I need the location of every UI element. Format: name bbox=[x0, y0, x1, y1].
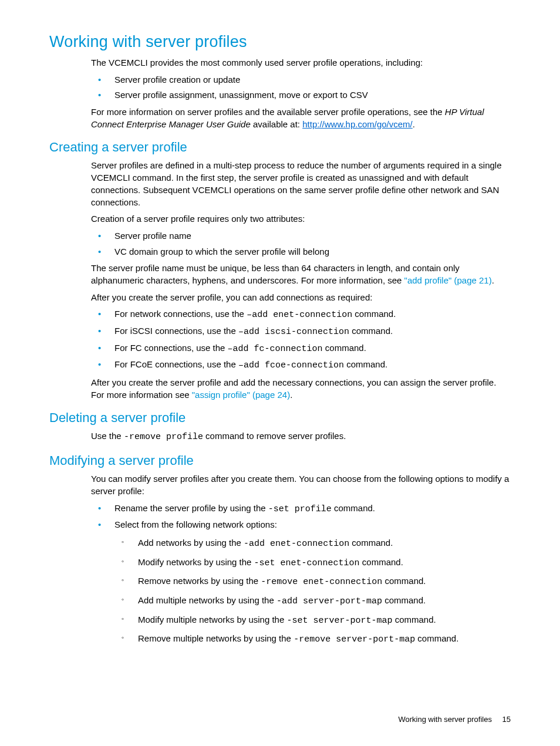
text: . bbox=[413, 119, 415, 129]
text: command. bbox=[360, 557, 403, 567]
text: Remove multiple networks by using the bbox=[138, 633, 294, 643]
page: Working with server profiles The VCEMCLI… bbox=[0, 0, 560, 746]
list-item: Remove networks by using the -remove ene… bbox=[114, 575, 511, 589]
list-item: Server profile creation or update bbox=[91, 74, 511, 86]
command: -remove profile bbox=[124, 432, 203, 442]
deleting-text: Use the -remove profile command to remov… bbox=[91, 430, 511, 444]
footer-section: Working with server profiles bbox=[398, 715, 491, 724]
text: Add multiple networks by using the bbox=[138, 595, 276, 605]
command: -set server-port-map bbox=[286, 616, 392, 626]
text: Use the bbox=[91, 431, 124, 441]
text: command to remove server profiles. bbox=[203, 431, 346, 441]
creating-p2: Creation of a server profile requires on… bbox=[91, 213, 511, 225]
text: Add networks by using the bbox=[138, 538, 244, 548]
text: command. bbox=[392, 615, 436, 625]
text: Rename the server profile by using the bbox=[114, 503, 268, 513]
text: Remove networks by using the bbox=[138, 576, 261, 586]
modifying-heading: Modifying a server profile bbox=[49, 453, 511, 468]
text: Modify networks by using the bbox=[138, 557, 254, 567]
list-item: Server profile assignment, unassignment,… bbox=[91, 89, 511, 102]
creating-attrs: Server profile name VC domain group to w… bbox=[91, 230, 511, 258]
text: For iSCSI connections, use the bbox=[114, 326, 238, 336]
list-item: Server profile name bbox=[91, 230, 511, 242]
connection-bullets: For network connections, use the –add en… bbox=[91, 308, 511, 372]
list-item: VC domain group to which the server prof… bbox=[91, 246, 511, 258]
page-title: Working with server profiles bbox=[49, 33, 511, 51]
deleting-heading: Deleting a server profile bbox=[49, 410, 511, 426]
text: command. bbox=[415, 633, 458, 643]
more-info: For more information on server profiles … bbox=[91, 106, 511, 130]
text: For network connections, use the bbox=[114, 309, 247, 319]
text: For FCoE connections, use the bbox=[114, 359, 238, 369]
list-item: Select from the following network option… bbox=[91, 519, 511, 646]
text: For more information on server profiles … bbox=[91, 107, 445, 117]
command: -set profile bbox=[268, 504, 332, 514]
command: -remove enet-connection bbox=[261, 577, 382, 587]
command: –add enet-connection bbox=[247, 310, 352, 320]
intro-bullets: Server profile creation or update Server… bbox=[91, 74, 511, 102]
hp-vcem-link[interactable]: http://www.hp.com/go/vcem/ bbox=[302, 119, 413, 129]
list-item: Add multiple networks by using the -add … bbox=[114, 595, 511, 608]
command: –add fc-connection bbox=[228, 344, 323, 354]
text: command. bbox=[323, 343, 366, 353]
list-item: Modify multiple networks by using the -s… bbox=[114, 614, 511, 627]
creating-block: Server profiles are defined in a multi-s… bbox=[91, 160, 511, 401]
text: command. bbox=[349, 538, 393, 548]
text: command. bbox=[382, 595, 426, 605]
list-item: For network connections, use the –add en… bbox=[91, 308, 511, 322]
command: -set enet-connection bbox=[254, 558, 360, 568]
text: command. bbox=[344, 359, 387, 369]
intro-block: The VCEMCLI provides the most commonly u… bbox=[91, 57, 511, 130]
list-item: Modify networks by using the -set enet-c… bbox=[114, 556, 511, 570]
assign-note: After you create the server profile and … bbox=[91, 377, 511, 401]
command: –add fcoe-connection bbox=[238, 360, 344, 370]
text: command. bbox=[352, 309, 396, 319]
modifying-block: You can modify server profiles after you… bbox=[91, 473, 511, 646]
list-item: Remove multiple networks by using the -r… bbox=[114, 633, 511, 646]
network-options: Add networks by using the -add enet-conn… bbox=[114, 537, 511, 646]
after-create: After you create the server profile, you… bbox=[91, 292, 511, 304]
text: command. bbox=[332, 503, 375, 513]
modifying-bullets: Rename the server profile by using the -… bbox=[91, 502, 511, 647]
list-item: For FC connections, use the –add fc-conn… bbox=[91, 342, 511, 356]
command: -add enet-connection bbox=[244, 539, 349, 549]
command: -remove server-port-map bbox=[294, 634, 415, 644]
deleting-block: Use the -remove profile command to remov… bbox=[91, 430, 511, 444]
assign-profile-xref[interactable]: "assign profile" (page 24) bbox=[192, 390, 290, 400]
text: Select from the following network option… bbox=[114, 519, 277, 529]
list-item: For iSCSI connections, use the –add iscs… bbox=[91, 325, 511, 339]
name-rule: The server profile name must be unique, … bbox=[91, 262, 511, 286]
command: –add iscsi-connection bbox=[238, 327, 349, 337]
text: command. bbox=[382, 576, 426, 586]
intro-text: The VCEMCLI provides the most commonly u… bbox=[91, 57, 511, 69]
list-item: Add networks by using the -add enet-conn… bbox=[114, 537, 511, 551]
list-item: Rename the server profile by using the -… bbox=[91, 502, 511, 516]
command: -add server-port-map bbox=[276, 596, 382, 606]
creating-p1: Server profiles are defined in a multi-s… bbox=[91, 160, 511, 208]
text: . bbox=[290, 390, 292, 400]
text: . bbox=[492, 275, 494, 285]
page-footer: Working with server profiles 15 bbox=[398, 715, 511, 724]
page-number: 15 bbox=[502, 715, 511, 724]
modifying-intro: You can modify server profiles after you… bbox=[91, 473, 511, 497]
text: command. bbox=[349, 326, 393, 336]
text: For FC connections, use the bbox=[114, 343, 228, 353]
text: After you create the server profile and … bbox=[91, 377, 496, 400]
add-profile-xref[interactable]: "add profile" (page 21) bbox=[404, 275, 492, 285]
creating-heading: Creating a server profile bbox=[49, 140, 511, 155]
text: available at: bbox=[251, 119, 302, 129]
list-item: For FCoE connections, use the –add fcoe-… bbox=[91, 359, 511, 372]
text: Modify multiple networks by using the bbox=[138, 615, 286, 625]
